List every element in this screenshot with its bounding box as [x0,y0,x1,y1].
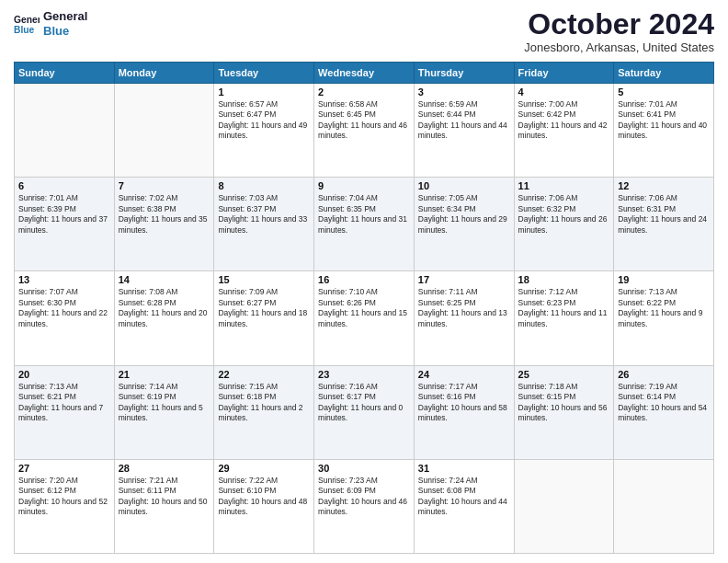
calendar-cell: 11Sunrise: 7:06 AMSunset: 6:32 PMDayligh… [514,178,614,271]
calendar-cell [114,84,214,178]
day-detail: Sunrise: 7:21 AMSunset: 6:11 PMDaylight:… [119,476,210,518]
calendar-cell: 19Sunrise: 7:13 AMSunset: 6:22 PMDayligh… [614,271,714,365]
day-number: 14 [119,274,210,285]
day-detail: Sunrise: 7:13 AMSunset: 6:21 PMDaylight:… [18,382,110,424]
day-number: 9 [318,180,410,191]
day-detail: Sunrise: 7:02 AMSunset: 6:38 PMDaylight:… [119,193,210,236]
calendar-cell: 30Sunrise: 7:23 AMSunset: 6:09 PMDayligh… [314,459,415,553]
calendar-col-header: Friday [514,63,614,84]
day-number: 5 [618,86,710,98]
day-number: 22 [218,369,310,380]
svg-text:Blue: Blue [14,25,35,35]
day-number: 23 [318,369,410,380]
day-number: 12 [618,180,710,191]
calendar-cell [614,459,714,553]
calendar-cell: 5Sunrise: 7:01 AMSunset: 6:41 PMDaylight… [614,84,714,178]
day-number: 30 [318,463,410,474]
day-number: 26 [618,369,710,380]
day-detail: Sunrise: 6:58 AMSunset: 6:45 PMDaylight:… [318,99,410,142]
day-number: 15 [218,274,310,285]
day-number: 27 [18,463,110,474]
day-number: 10 [418,180,510,191]
day-detail: Sunrise: 7:23 AMSunset: 6:09 PMDaylight:… [318,476,410,518]
day-number: 21 [119,369,210,380]
location: Jonesboro, Arkansas, United States [524,40,714,54]
calendar-cell: 28Sunrise: 7:21 AMSunset: 6:11 PMDayligh… [114,459,214,553]
calendar-cell: 4Sunrise: 7:00 AMSunset: 6:42 PMDaylight… [514,84,614,178]
day-number: 25 [518,369,610,380]
calendar-cell: 13Sunrise: 7:07 AMSunset: 6:30 PMDayligh… [15,271,115,365]
svg-text:General: General [14,15,40,25]
calendar-cell: 9Sunrise: 7:04 AMSunset: 6:35 PMDaylight… [314,178,415,271]
day-detail: Sunrise: 7:05 AMSunset: 6:34 PMDaylight:… [418,193,510,236]
calendar-cell: 20Sunrise: 7:13 AMSunset: 6:21 PMDayligh… [15,365,115,459]
day-number: 18 [518,274,610,285]
logo: General Blue General Blue [14,9,87,38]
calendar-cell: 2Sunrise: 6:58 AMSunset: 6:45 PMDaylight… [314,84,415,178]
day-detail: Sunrise: 7:11 AMSunset: 6:25 PMDaylight:… [418,287,510,329]
calendar-week-row: 20Sunrise: 7:13 AMSunset: 6:21 PMDayligh… [15,365,714,459]
calendar-cell: 22Sunrise: 7:15 AMSunset: 6:18 PMDayligh… [214,365,314,459]
page: General Blue General Blue October 2024 J… [0,0,728,563]
day-detail: Sunrise: 7:08 AMSunset: 6:28 PMDaylight:… [119,287,210,329]
calendar-cell: 27Sunrise: 7:20 AMSunset: 6:12 PMDayligh… [15,459,115,553]
day-detail: Sunrise: 7:22 AMSunset: 6:10 PMDaylight:… [218,476,310,518]
day-detail: Sunrise: 7:04 AMSunset: 6:35 PMDaylight:… [318,193,410,236]
day-detail: Sunrise: 7:06 AMSunset: 6:31 PMDaylight:… [618,193,710,236]
calendar-cell: 3Sunrise: 6:59 AMSunset: 6:44 PMDaylight… [414,84,514,178]
title-block: October 2024 Jonesboro, Arkansas, United… [524,9,714,54]
calendar-week-row: 27Sunrise: 7:20 AMSunset: 6:12 PMDayligh… [15,459,714,553]
day-detail: Sunrise: 7:15 AMSunset: 6:18 PMDaylight:… [218,382,310,424]
day-detail: Sunrise: 7:24 AMSunset: 6:08 PMDaylight:… [418,476,510,518]
day-detail: Sunrise: 6:59 AMSunset: 6:44 PMDaylight:… [418,99,510,142]
calendar-cell [514,459,614,553]
day-detail: Sunrise: 7:17 AMSunset: 6:16 PMDaylight:… [418,382,510,424]
calendar-cell: 16Sunrise: 7:10 AMSunset: 6:26 PMDayligh… [314,271,415,365]
calendar-week-row: 13Sunrise: 7:07 AMSunset: 6:30 PMDayligh… [15,271,714,365]
calendar-cell: 15Sunrise: 7:09 AMSunset: 6:27 PMDayligh… [214,271,314,365]
logo-icon: General Blue [14,11,40,37]
day-number: 7 [119,180,210,191]
calendar-cell: 14Sunrise: 7:08 AMSunset: 6:28 PMDayligh… [114,271,214,365]
calendar-cell: 7Sunrise: 7:02 AMSunset: 6:38 PMDaylight… [114,178,214,271]
day-number: 2 [318,86,410,98]
calendar-cell [15,84,115,178]
day-number: 4 [518,86,610,98]
calendar-col-header: Tuesday [214,63,314,84]
day-number: 16 [318,274,410,285]
calendar-col-header: Saturday [614,63,714,84]
day-number: 19 [618,274,710,285]
day-detail: Sunrise: 7:20 AMSunset: 6:12 PMDaylight:… [18,476,110,518]
day-number: 31 [418,463,510,474]
day-detail: Sunrise: 7:18 AMSunset: 6:15 PMDaylight:… [518,382,610,424]
day-detail: Sunrise: 7:03 AMSunset: 6:37 PMDaylight:… [218,193,310,236]
day-number: 28 [119,463,210,474]
day-detail: Sunrise: 7:12 AMSunset: 6:23 PMDaylight:… [518,287,610,329]
calendar-week-row: 6Sunrise: 7:01 AMSunset: 6:39 PMDaylight… [15,178,714,271]
calendar-col-header: Wednesday [314,63,415,84]
day-detail: Sunrise: 6:57 AMSunset: 6:47 PMDaylight:… [218,99,310,142]
logo-text: General Blue [43,9,87,38]
calendar-week-row: 1Sunrise: 6:57 AMSunset: 6:47 PMDaylight… [15,84,714,178]
day-detail: Sunrise: 7:13 AMSunset: 6:22 PMDaylight:… [618,287,710,329]
day-detail: Sunrise: 7:14 AMSunset: 6:19 PMDaylight:… [119,382,210,424]
day-number: 24 [418,369,510,380]
day-detail: Sunrise: 7:09 AMSunset: 6:27 PMDaylight:… [218,287,310,329]
day-detail: Sunrise: 7:16 AMSunset: 6:17 PMDaylight:… [318,382,410,424]
calendar-col-header: Thursday [414,63,514,84]
day-number: 13 [18,274,110,285]
day-detail: Sunrise: 7:07 AMSunset: 6:30 PMDaylight:… [18,287,110,329]
day-detail: Sunrise: 7:00 AMSunset: 6:42 PMDaylight:… [518,99,610,142]
day-detail: Sunrise: 7:01 AMSunset: 6:39 PMDaylight:… [18,193,110,236]
calendar-col-header: Monday [114,63,214,84]
day-number: 3 [418,86,510,98]
day-number: 8 [218,180,310,191]
calendar-cell: 12Sunrise: 7:06 AMSunset: 6:31 PMDayligh… [614,178,714,271]
day-number: 1 [218,86,310,98]
day-number: 20 [18,369,110,380]
month-title: October 2024 [524,9,714,39]
day-number: 6 [18,180,110,191]
calendar-cell: 1Sunrise: 6:57 AMSunset: 6:47 PMDaylight… [214,84,314,178]
day-detail: Sunrise: 7:10 AMSunset: 6:26 PMDaylight:… [318,287,410,329]
calendar-col-header: Sunday [15,63,115,84]
